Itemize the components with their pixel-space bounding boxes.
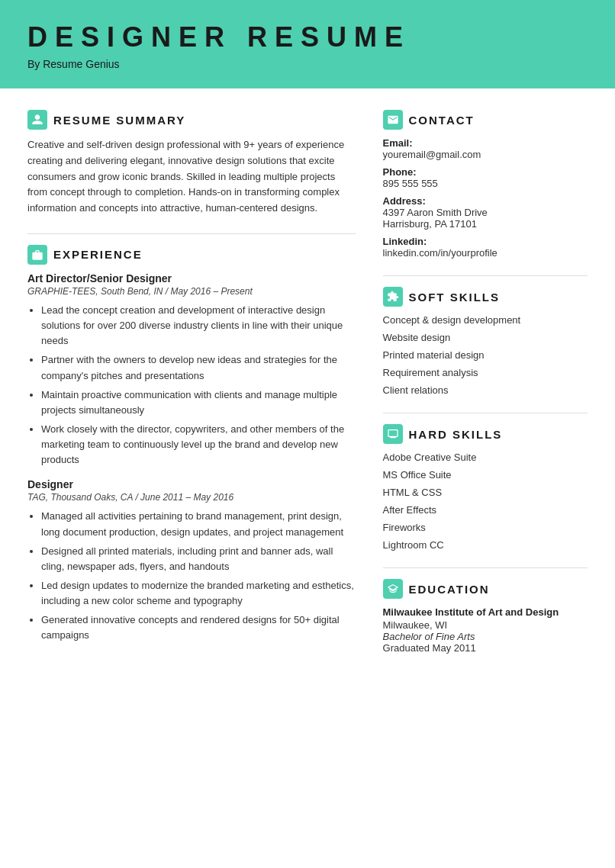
summary-text: Creative and self-driven design professi…: [27, 137, 356, 217]
puzzle-icon: [387, 291, 399, 303]
contact-phone: Phone: 895 555 555: [383, 166, 588, 189]
contact-section: CONTACT Email: youremail@gmail.com Phone…: [383, 110, 588, 259]
skill-item: Adobe Creative Suite: [383, 452, 588, 463]
hard-skills-section: HARD SKILLS Adobe Creative Suite MS Offi…: [383, 424, 588, 551]
address-label: Address:: [383, 195, 426, 207]
education-section-title: EDUCATION: [409, 583, 490, 596]
phone-label: Phone:: [383, 166, 417, 178]
list-item: Lead the concept creation and developmen…: [41, 303, 356, 349]
main-content: RESUME SUMMARY Creative and self-driven …: [0, 88, 615, 692]
list-item: Generated innovative concepts and render…: [41, 612, 356, 643]
skill-item: MS Office Suite: [383, 469, 588, 481]
contact-address: Address: 4397 Aaron Smith DriveHarrisbur…: [383, 195, 588, 230]
list-item: Maintain proactive communication with cl…: [41, 387, 356, 418]
summary-section: RESUME SUMMARY Creative and self-driven …: [27, 110, 356, 217]
list-item: Partner with the owners to develop new i…: [41, 352, 356, 383]
right-column: CONTACT Email: youremail@gmail.com Phone…: [383, 110, 588, 670]
edu-school: Milwaukee Institute of Art and Design: [383, 606, 588, 618]
soft-skills-section-title: SOFT SKILLS: [409, 291, 501, 304]
header-title: DESIGNER RESUME: [27, 21, 588, 53]
envelope-icon: [387, 114, 399, 126]
skill-item: After Effects: [383, 504, 588, 516]
phone-value: 895 555 555: [383, 178, 588, 189]
monitor-icon: [387, 428, 399, 440]
contact-linkedin: Linkedin: linkedin.com/in/yourprofile: [383, 236, 588, 259]
skill-item: Lightroom CC: [383, 539, 588, 551]
hard-skills-header: HARD SKILLS: [383, 424, 588, 444]
list-item: Led design updates to modernize the bran…: [41, 578, 356, 609]
job-2-title: Designer: [27, 478, 356, 490]
skill-item: Website design: [383, 332, 588, 343]
left-column: RESUME SUMMARY Creative and self-driven …: [27, 110, 356, 670]
edu-degree: Bachelor of Fine Arts: [383, 631, 588, 642]
linkedin-value: linkedin.com/in/yourprofile: [383, 247, 588, 259]
skill-item: Concept & design development: [383, 314, 588, 326]
linkedin-label: Linkedin:: [383, 236, 427, 247]
education-icon: [383, 579, 403, 599]
address-value: 4397 Aaron Smith DriveHarrisburg, PA 171…: [383, 207, 588, 230]
briefcase-icon: [31, 249, 43, 261]
list-item: Work closely with the director, copywrit…: [41, 422, 356, 468]
education-section: EDUCATION Milwaukee Institute of Art and…: [383, 579, 588, 654]
hard-skills-icon: [383, 424, 403, 444]
user-icon: [31, 114, 43, 126]
email-label: Email:: [383, 137, 413, 149]
email-value: youremail@gmail.com: [383, 149, 588, 160]
divider-4: [383, 567, 588, 568]
experience-section: EXPERIENCE Art Director/Senior Designer …: [27, 245, 356, 644]
job-1: Art Director/Senior Designer GRAPHIE-TEE…: [27, 272, 356, 468]
experience-header: EXPERIENCE: [27, 245, 356, 265]
contact-email: Email: youremail@gmail.com: [383, 137, 588, 160]
skill-item: Printed material design: [383, 349, 588, 361]
job-2: Designer TAG, Thousand Oaks, CA / June 2…: [27, 478, 356, 643]
summary-icon: [27, 110, 47, 130]
hard-skills-section-title: HARD SKILLS: [409, 428, 503, 441]
edu-graduated: Graduated May 2011: [383, 642, 588, 654]
skill-item: Fireworks: [383, 522, 588, 533]
summary-header: RESUME SUMMARY: [27, 110, 356, 130]
contact-icon: [383, 110, 403, 130]
job-2-meta: TAG, Thousand Oaks, CA / June 2011 – May…: [27, 492, 356, 503]
job-1-meta: GRAPHIE-TEES, South Bend, IN / May 2016 …: [27, 286, 356, 297]
header-subtitle: By Resume Genius: [27, 58, 588, 70]
experience-section-title: EXPERIENCE: [53, 248, 143, 261]
soft-skills-icon: [383, 287, 403, 307]
soft-skills-section: SOFT SKILLS Concept & design development…: [383, 287, 588, 396]
job-1-title: Art Director/Senior Designer: [27, 272, 356, 285]
header: DESIGNER RESUME By Resume Genius: [0, 0, 615, 88]
education-header: EDUCATION: [383, 579, 588, 599]
soft-skills-header: SOFT SKILLS: [383, 287, 588, 307]
skill-item: HTML & CSS: [383, 487, 588, 498]
contact-section-title: CONTACT: [409, 114, 475, 127]
experience-icon: [27, 245, 47, 265]
divider-1: [27, 233, 356, 234]
divider-3: [383, 413, 588, 413]
list-item: Designed all printed materials, includin…: [41, 544, 356, 574]
list-item: Managed all activities pertaining to bra…: [41, 509, 356, 539]
graduation-icon: [387, 583, 399, 595]
edu-location: Milwaukee, WI: [383, 619, 588, 631]
summary-section-title: RESUME SUMMARY: [53, 114, 185, 127]
skill-item: Requirement analysis: [383, 367, 588, 378]
contact-header: CONTACT: [383, 110, 588, 130]
divider-2: [383, 275, 588, 276]
skill-item: Client relations: [383, 384, 588, 396]
job-1-bullets: Lead the concept creation and developmen…: [27, 303, 356, 468]
job-2-bullets: Managed all activities pertaining to bra…: [27, 509, 356, 643]
